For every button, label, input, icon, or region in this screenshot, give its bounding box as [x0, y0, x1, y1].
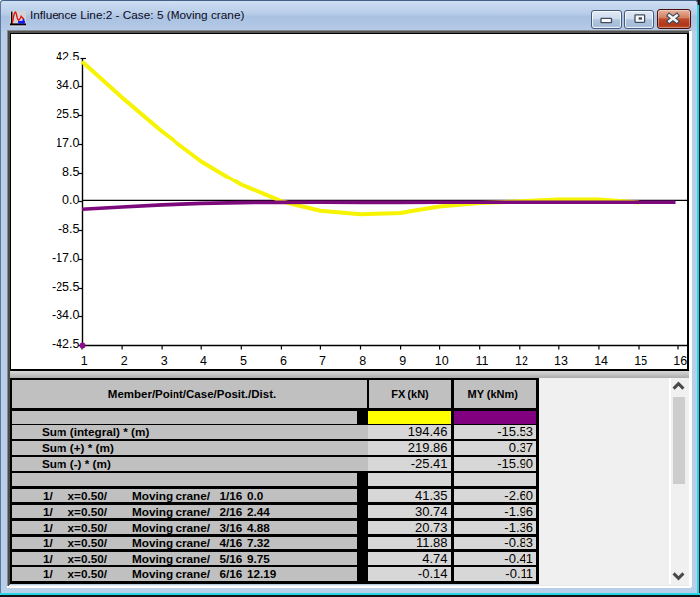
svg-text:7: 7 — [319, 354, 326, 368]
svg-text:42.5: 42.5 — [56, 50, 79, 63]
svg-text:1: 1 — [81, 354, 88, 368]
svg-text:11: 11 — [475, 354, 488, 368]
svg-text:16: 16 — [673, 354, 687, 368]
svg-text:10: 10 — [435, 354, 449, 368]
svg-text:-34.0: -34.0 — [52, 308, 80, 322]
svg-text:-17.0: -17.0 — [52, 251, 80, 265]
svg-text:25.5: 25.5 — [56, 107, 79, 121]
svg-text:17.0: 17.0 — [56, 136, 79, 150]
svg-text:4: 4 — [200, 354, 207, 368]
svg-text:9: 9 — [399, 354, 406, 368]
svg-text:13: 13 — [554, 354, 568, 368]
svg-text:3: 3 — [161, 354, 168, 368]
svg-text:6: 6 — [280, 354, 287, 368]
svg-text:-8.5: -8.5 — [58, 222, 80, 236]
svg-text:8: 8 — [359, 354, 366, 368]
svg-text:2: 2 — [121, 354, 128, 368]
svg-text:-42.5: -42.5 — [52, 337, 80, 351]
svg-text:-25.5: -25.5 — [52, 280, 80, 294]
svg-text:14: 14 — [594, 354, 608, 368]
svg-text:15: 15 — [634, 354, 647, 368]
svg-text:34.0: 34.0 — [56, 78, 79, 92]
svg-text:0.0: 0.0 — [62, 193, 79, 207]
svg-text:12: 12 — [515, 354, 528, 368]
svg-text:8.5: 8.5 — [62, 165, 79, 179]
svg-text:5: 5 — [240, 354, 247, 368]
